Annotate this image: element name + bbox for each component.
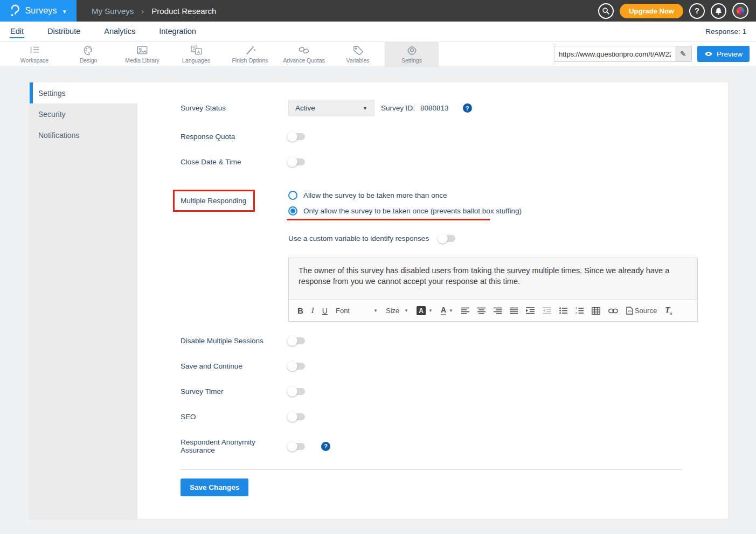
survey-url-input[interactable] bbox=[554, 46, 675, 61]
source-button[interactable]: <> Source bbox=[626, 307, 657, 315]
brand-label: Surveys bbox=[25, 6, 57, 16]
bold-button[interactable]: B bbox=[297, 306, 303, 315]
upgrade-now-button[interactable]: Upgrade Now bbox=[620, 4, 683, 18]
radio-only-once[interactable]: Only allow the survey to be taken once (… bbox=[288, 206, 522, 216]
justify-button[interactable] bbox=[510, 307, 518, 314]
editor-content-area[interactable]: The owner of this survey has disabled us… bbox=[289, 258, 697, 300]
sidebar-item-notifications[interactable]: Notifications bbox=[30, 124, 137, 145]
search-button[interactable] bbox=[598, 3, 614, 19]
questionpro-logo-icon bbox=[9, 4, 20, 17]
avatar[interactable] bbox=[732, 3, 748, 19]
svg-text:A: A bbox=[197, 49, 200, 54]
pencil-icon: ✎ bbox=[680, 50, 686, 58]
svg-text:1: 1 bbox=[575, 307, 577, 310]
survey-status-row: Survey Status Active ▼ Survey ID: 808081… bbox=[181, 100, 728, 116]
radio-selected-icon[interactable] bbox=[288, 206, 297, 216]
header-actions: Upgrade Now ? bbox=[598, 0, 756, 22]
chevron-down-icon: ▼ bbox=[373, 308, 378, 313]
red-underline-annotation bbox=[287, 219, 490, 220]
product-switcher[interactable]: Surveys ▼ bbox=[0, 0, 77, 22]
toolbar-item-advance-quotas[interactable]: Advance Quotas bbox=[277, 42, 331, 66]
survey-status-help-icon[interactable]: ? bbox=[463, 103, 472, 113]
survey-timer-toggle[interactable] bbox=[288, 388, 305, 395]
multiple-responding-annotation-box: Multiple Responding bbox=[173, 190, 255, 212]
font-dropdown[interactable]: Font ▼ bbox=[336, 307, 378, 315]
custom-variable-label: Use a custom variable to identify respon… bbox=[288, 234, 429, 242]
tab-integration[interactable]: Integration bbox=[158, 25, 197, 38]
disable-multiple-sessions-row: Disable Multiple Sessions bbox=[181, 337, 728, 345]
insert-table-button[interactable] bbox=[592, 307, 600, 315]
magic-wand-icon bbox=[245, 45, 256, 56]
decrease-indent-button[interactable] bbox=[543, 307, 551, 314]
toolbar-item-variables[interactable]: Variables bbox=[331, 42, 385, 66]
edit-toolbar: Workspace Design Media Library 文 A bbox=[0, 42, 756, 66]
survey-timer-row: Survey Timer bbox=[181, 387, 728, 396]
align-center-button[interactable] bbox=[477, 307, 485, 314]
tab-distribute[interactable]: Distribute bbox=[47, 25, 81, 38]
toolbar-item-workspace[interactable]: Workspace bbox=[8, 42, 61, 66]
survey-id-value: 8080813 bbox=[420, 104, 449, 112]
rich-text-editor: The owner of this survey has disabled us… bbox=[288, 258, 698, 322]
increase-indent-button[interactable] bbox=[526, 307, 535, 314]
toolbar-item-design[interactable]: Design bbox=[61, 42, 115, 66]
respondent-anonymity-row: Respondent Anonymity Assurance ? bbox=[181, 438, 728, 454]
response-count[interactable]: Response: 1 bbox=[705, 27, 746, 36]
save-changes-button[interactable]: Save Changes bbox=[181, 478, 248, 496]
settings-content: Survey Status Active ▼ Survey ID: 808081… bbox=[137, 82, 728, 519]
save-and-continue-toggle[interactable] bbox=[288, 363, 305, 370]
align-left-button[interactable] bbox=[461, 307, 469, 314]
italic-button[interactable]: I bbox=[311, 306, 314, 315]
close-date-toggle[interactable] bbox=[288, 158, 305, 165]
insert-link-button[interactable] bbox=[608, 308, 618, 314]
tab-analytics[interactable]: Analytics bbox=[103, 25, 136, 38]
numbered-list-button[interactable]: 12 bbox=[575, 307, 584, 314]
toolbar-item-settings[interactable]: Settings bbox=[385, 42, 439, 66]
survey-status-select[interactable]: Active ▼ bbox=[288, 100, 374, 116]
edit-url-button[interactable]: ✎ bbox=[675, 46, 691, 61]
tab-edit[interactable]: Edit bbox=[10, 25, 24, 38]
disable-multiple-sessions-toggle[interactable] bbox=[288, 337, 305, 344]
toolbar-item-languages[interactable]: 文 A Languages bbox=[169, 42, 223, 66]
top-header: Surveys ▼ My Surveys › Product Research … bbox=[0, 0, 756, 22]
seo-row: SEO bbox=[181, 413, 728, 421]
breadcrumb-my-surveys[interactable]: My Surveys bbox=[92, 6, 134, 16]
breadcrumb-survey-name: Product Research bbox=[151, 6, 216, 16]
preview-button[interactable]: Preview bbox=[697, 46, 750, 62]
seo-toggle[interactable] bbox=[288, 413, 305, 420]
radio-allow-multiple[interactable]: Allow the survey to be taken more than o… bbox=[288, 191, 522, 200]
palette-icon bbox=[83, 45, 94, 56]
editor-toolbar: B I U Font ▼ Size ▼ A▼ A▼ bbox=[289, 300, 697, 321]
help-button[interactable]: ? bbox=[689, 3, 705, 19]
eye-icon bbox=[704, 51, 713, 57]
translate-icon: 文 A bbox=[190, 45, 203, 56]
background-color-button[interactable]: A▼ bbox=[417, 306, 433, 315]
save-and-continue-row: Save and Continue bbox=[181, 362, 728, 370]
sidebar-item-settings[interactable]: Settings bbox=[30, 82, 137, 103]
radio-icon[interactable] bbox=[288, 191, 297, 200]
respondent-anonymity-label: Respondent Anonymity Assurance bbox=[181, 438, 288, 454]
response-quota-toggle[interactable] bbox=[288, 133, 305, 140]
toolbar-item-media-library[interactable]: Media Library bbox=[115, 42, 169, 66]
settings-sidebar: Settings Security Notifications bbox=[30, 82, 137, 519]
breadcrumb: My Surveys › Product Research bbox=[77, 0, 216, 22]
underline-button[interactable]: U bbox=[322, 307, 328, 315]
align-right-button[interactable] bbox=[494, 307, 502, 314]
notifications-button[interactable] bbox=[711, 3, 726, 19]
remove-format-button[interactable]: Tx bbox=[665, 306, 672, 316]
close-date-row: Close Date & Time bbox=[181, 158, 728, 166]
custom-variable-toggle[interactable] bbox=[439, 235, 455, 242]
svg-text:<>: <> bbox=[628, 309, 632, 313]
disabled-message-text: The owner of this survey has disabled us… bbox=[299, 266, 688, 287]
image-icon bbox=[136, 45, 148, 56]
text-color-button[interactable]: A▼ bbox=[441, 306, 453, 315]
survey-id-group: Survey ID: 8080813 ? bbox=[381, 103, 472, 113]
size-dropdown[interactable]: Size ▼ bbox=[386, 307, 408, 315]
toolbar-item-finish-options[interactable]: Finish Options bbox=[223, 42, 277, 66]
sidebar-item-security[interactable]: Security bbox=[30, 103, 137, 124]
source-doc-icon: <> bbox=[626, 307, 633, 315]
custom-variable-row: Use a custom variable to identify respon… bbox=[288, 234, 728, 242]
bullet-list-button[interactable] bbox=[559, 307, 567, 314]
respondent-anonymity-help-icon[interactable]: ? bbox=[321, 442, 330, 451]
respondent-anonymity-toggle[interactable] bbox=[288, 443, 305, 450]
divider bbox=[181, 469, 682, 470]
